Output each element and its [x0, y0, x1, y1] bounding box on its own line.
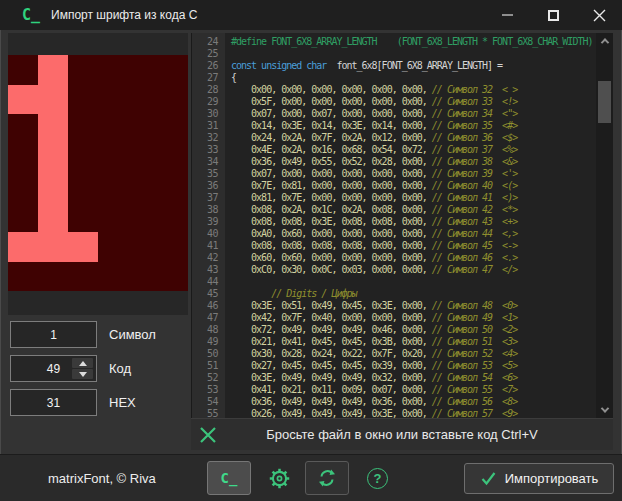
spin-down-button[interactable]	[72, 369, 93, 379]
code-line: 0x00, 0x00, 0x00, 0x00, 0x00, 0x00, // С…	[231, 84, 596, 96]
window-controls	[484, 0, 622, 30]
help-button[interactable]: ?	[367, 468, 388, 489]
credit-text: matrixFont, © Riva	[48, 455, 156, 501]
line-number: 51	[192, 360, 225, 372]
drop-zone-message: Бросьте файл в окно или вставьте код Ctr…	[191, 419, 613, 450]
hex-label: HEX	[109, 395, 136, 410]
code-line: 0x08, 0x08, 0x08, 0x08, 0x00, 0x00, // С…	[231, 240, 596, 252]
minimize-button[interactable]	[484, 0, 530, 30]
close-button[interactable]	[576, 0, 622, 30]
code-line: 0x14, 0x3E, 0x14, 0x3E, 0x14, 0x00, // С…	[231, 120, 596, 132]
code-editor[interactable]: 2425262728293031323334353637383940414243…	[191, 33, 613, 418]
line-number: 42	[192, 252, 225, 264]
line-number: 45	[192, 288, 225, 300]
checkmark-icon	[480, 471, 497, 486]
code-label: Код	[109, 361, 131, 376]
hex-field-row: HEX	[10, 389, 136, 416]
close-icon	[593, 9, 606, 22]
spin-down-icon	[79, 372, 87, 377]
line-number: 37	[192, 192, 225, 204]
line-number: 33	[192, 144, 225, 156]
minimize-icon	[502, 14, 513, 16]
line-number: 39	[192, 216, 225, 228]
glyph-pixel	[8, 85, 38, 115]
code-line: 0x7E, 0x81, 0x00, 0x00, 0x00, 0x00, // С…	[231, 180, 596, 192]
line-number: 34	[192, 156, 225, 168]
glyph-pixel	[38, 203, 68, 233]
spin-up-button[interactable]	[72, 358, 93, 368]
code-line: 0x36, 0x49, 0x49, 0x49, 0x36, 0x00, // С…	[231, 396, 596, 408]
code-line: 0xA0, 0x60, 0x00, 0x00, 0x00, 0x00, // С…	[231, 228, 596, 240]
import-button[interactable]: Импортировать	[464, 463, 614, 494]
glyph-pixel	[38, 173, 68, 203]
glyph-preview-panel	[8, 33, 188, 315]
chevron-up-icon	[600, 38, 608, 46]
symbol-field-row: Символ	[10, 321, 156, 348]
maximize-button[interactable]	[530, 0, 576, 30]
code-line: // Digits / Цифры	[231, 288, 596, 300]
line-number: 41	[192, 240, 225, 252]
glyph-pixel	[38, 55, 68, 85]
code-line: 0x21, 0x41, 0x45, 0x45, 0x3B, 0x00, // С…	[231, 336, 596, 348]
code-line: 0x07, 0x00, 0x07, 0x00, 0x00, 0x00, // С…	[231, 108, 596, 120]
code-line: 0x08, 0x08, 0x3E, 0x08, 0x08, 0x00, // С…	[231, 216, 596, 228]
code-line: 0x42, 0x7F, 0x40, 0x00, 0x00, 0x00, // С…	[231, 312, 596, 324]
drop-zone[interactable]: Бросьте файл в окно или вставьте код Ctr…	[191, 418, 613, 450]
code-line: 0xC0, 0x30, 0x0C, 0x03, 0x00, 0x00, // С…	[231, 264, 596, 276]
line-number: 49	[192, 336, 225, 348]
line-number: 44	[192, 276, 225, 288]
line-number: 43	[192, 264, 225, 276]
symbol-label: Символ	[109, 327, 156, 342]
code-line: 0x07, 0x00, 0x00, 0x00, 0x00, 0x00, // С…	[231, 168, 596, 180]
code-line: const unsigned char font_6x8[FONT_6X8_AR…	[231, 60, 596, 72]
maximize-icon	[548, 10, 559, 21]
line-number: 36	[192, 180, 225, 192]
code-line: 0x81, 0x7E, 0x00, 0x00, 0x00, 0x00, // С…	[231, 192, 596, 204]
code-line: 0x26, 0x49, 0x49, 0x49, 0x3E, 0x00, // С…	[231, 408, 596, 418]
line-number: 31	[192, 120, 225, 132]
line-number: 24	[192, 36, 225, 48]
code-line: 0x72, 0x49, 0x49, 0x49, 0x46, 0x00, // С…	[231, 324, 596, 336]
symbol-input[interactable]	[10, 321, 97, 348]
editor-scrollbar[interactable]	[596, 33, 613, 418]
code-line: 0x30, 0x28, 0x24, 0x22, 0x7F, 0x20, // С…	[231, 348, 596, 360]
hex-input[interactable]	[10, 389, 97, 416]
line-number: 46	[192, 300, 225, 312]
line-number: 30	[192, 108, 225, 120]
line-number: 48	[192, 324, 225, 336]
scroll-up-button[interactable]	[596, 34, 613, 48]
c-code-mode-button[interactable]: C_	[207, 461, 251, 495]
code-line: 0x3E, 0x49, 0x49, 0x49, 0x32, 0x00, // С…	[231, 372, 596, 384]
titlebar: C_ Импорт шрифта из кода C	[0, 0, 622, 30]
app-logo-icon: C_	[22, 6, 40, 24]
code-spinner	[72, 358, 93, 379]
line-number: 38	[192, 204, 225, 216]
line-number: 50	[192, 348, 225, 360]
scrollbar-thumb[interactable]	[598, 81, 611, 123]
line-number: 29	[192, 96, 225, 108]
spin-up-icon	[79, 361, 87, 366]
editor-code-area[interactable]: #define FONT_6X8_ARRAY_LENGTH (FONT_6X8_…	[225, 33, 596, 418]
scroll-down-button[interactable]	[596, 403, 613, 417]
code-line: {	[231, 72, 596, 84]
glyph-pixel	[8, 232, 38, 262]
settings-button[interactable]	[268, 467, 291, 490]
line-number: 54	[192, 396, 225, 408]
window-title: Импорт шрифта из кода C	[51, 8, 197, 22]
line-number: 28	[192, 84, 225, 96]
line-number: 25	[192, 48, 225, 60]
code-line: 0x3E, 0x51, 0x49, 0x45, 0x3E, 0x00, // С…	[231, 300, 596, 312]
code-line: 0x5F, 0x00, 0x00, 0x00, 0x00, 0x00, // С…	[231, 96, 596, 108]
line-number: 47	[192, 312, 225, 324]
line-number: 40	[192, 228, 225, 240]
code-line	[231, 276, 596, 288]
code-line: 0x60, 0x60, 0x00, 0x00, 0x00, 0x00, // С…	[231, 252, 596, 264]
code-line: 0x27, 0x45, 0x45, 0x45, 0x39, 0x00, // С…	[231, 360, 596, 372]
code-field-row: Код	[10, 355, 131, 382]
editor-gutter: 2425262728293031323334353637383940414243…	[192, 33, 225, 418]
line-number: 53	[192, 384, 225, 396]
refresh-button[interactable]	[305, 461, 349, 495]
code-line: 0x08, 0x2A, 0x1C, 0x2A, 0x08, 0x00, // С…	[231, 204, 596, 216]
code-line: 0x4E, 0x2A, 0x16, 0x68, 0x54, 0x72, // С…	[231, 144, 596, 156]
glyph-pixel	[38, 144, 68, 174]
